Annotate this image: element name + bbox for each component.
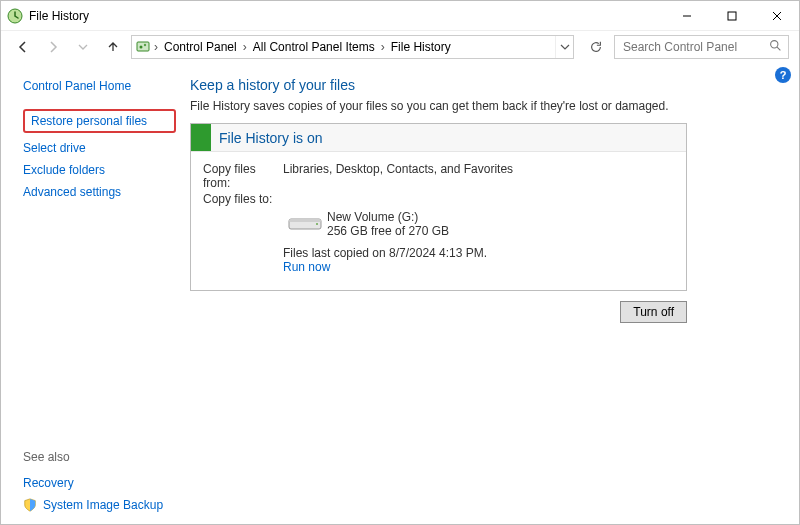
breadcrumb-item[interactable]: Control Panel	[160, 40, 241, 54]
copy-from-label: Copy files from:	[203, 162, 283, 190]
drive-icon	[283, 213, 327, 235]
status-header: File History is on	[191, 124, 686, 152]
close-button[interactable]	[754, 1, 799, 30]
highlight-box: Restore personal files	[23, 109, 176, 133]
chevron-right-icon: ›	[241, 40, 249, 54]
svg-point-7	[144, 44, 146, 46]
svg-point-8	[771, 41, 778, 48]
svg-rect-2	[728, 12, 736, 20]
up-button[interactable]	[101, 35, 125, 59]
recent-locations-button[interactable]	[71, 35, 95, 59]
breadcrumb-dropdown[interactable]	[555, 36, 573, 58]
minimize-button[interactable]	[664, 1, 709, 30]
page-heading: Keep a history of your files	[190, 77, 781, 93]
copy-to-label: Copy files to:	[203, 192, 283, 206]
recovery-link[interactable]: Recovery	[23, 476, 163, 490]
window-title: File History	[29, 9, 664, 23]
maximize-button[interactable]	[709, 1, 754, 30]
turn-off-button[interactable]: Turn off	[620, 301, 687, 323]
search-input[interactable]	[621, 39, 769, 55]
chevron-right-icon: ›	[152, 40, 160, 54]
back-button[interactable]	[11, 35, 35, 59]
page-subtitle: File History saves copies of your files …	[190, 99, 781, 113]
see-also-block: See also Recovery System Image Backup	[23, 450, 163, 512]
status-indicator-icon	[191, 124, 211, 151]
control-panel-home-link[interactable]: Control Panel Home	[23, 79, 176, 93]
run-now-link[interactable]: Run now	[283, 260, 330, 274]
last-copied-text: Files last copied on 8/7/2024 4:13 PM.	[283, 246, 674, 260]
chevron-right-icon: ›	[379, 40, 387, 54]
breadcrumb-item[interactable]: All Control Panel Items	[249, 40, 379, 54]
breadcrumb[interactable]: › Control Panel › All Control Panel Item…	[131, 35, 574, 59]
shield-icon	[23, 498, 37, 512]
control-panel-icon	[134, 39, 152, 55]
content-area: Control Panel Home Restore personal file…	[1, 63, 799, 524]
svg-point-12	[316, 223, 318, 225]
see-also-label: See also	[23, 450, 163, 464]
titlebar: File History	[1, 1, 799, 31]
breadcrumb-item[interactable]: File History	[387, 40, 455, 54]
status-body: Copy files from: Libraries, Desktop, Con…	[191, 152, 686, 290]
exclude-folders-link[interactable]: Exclude folders	[23, 163, 176, 177]
search-icon	[769, 39, 784, 55]
system-image-backup-label: System Image Backup	[43, 498, 163, 512]
forward-button[interactable]	[41, 35, 65, 59]
svg-rect-5	[137, 42, 149, 51]
status-title: File History is on	[219, 130, 322, 146]
copy-from-value: Libraries, Desktop, Contacts, and Favori…	[283, 162, 513, 190]
help-icon[interactable]: ?	[775, 67, 791, 83]
select-drive-link[interactable]: Select drive	[23, 141, 176, 155]
window-controls	[664, 1, 799, 30]
svg-line-9	[778, 47, 781, 50]
refresh-button[interactable]	[584, 35, 608, 59]
address-bar: › Control Panel › All Control Panel Item…	[1, 31, 799, 63]
restore-personal-files-link[interactable]: Restore personal files	[31, 114, 147, 128]
drive-name: New Volume (G:)	[327, 210, 449, 224]
search-box[interactable]	[614, 35, 789, 59]
svg-rect-11	[289, 219, 321, 222]
drive-free-space: 256 GB free of 270 GB	[327, 224, 449, 238]
system-image-backup-link[interactable]: System Image Backup	[23, 498, 163, 512]
advanced-settings-link[interactable]: Advanced settings	[23, 185, 176, 199]
file-history-window: File History	[0, 0, 800, 525]
file-history-app-icon	[7, 8, 23, 24]
status-card: File History is on Copy files from: Libr…	[190, 123, 687, 291]
svg-point-6	[140, 46, 143, 49]
main-panel: ? Keep a history of your files File Hist…	[186, 63, 799, 524]
